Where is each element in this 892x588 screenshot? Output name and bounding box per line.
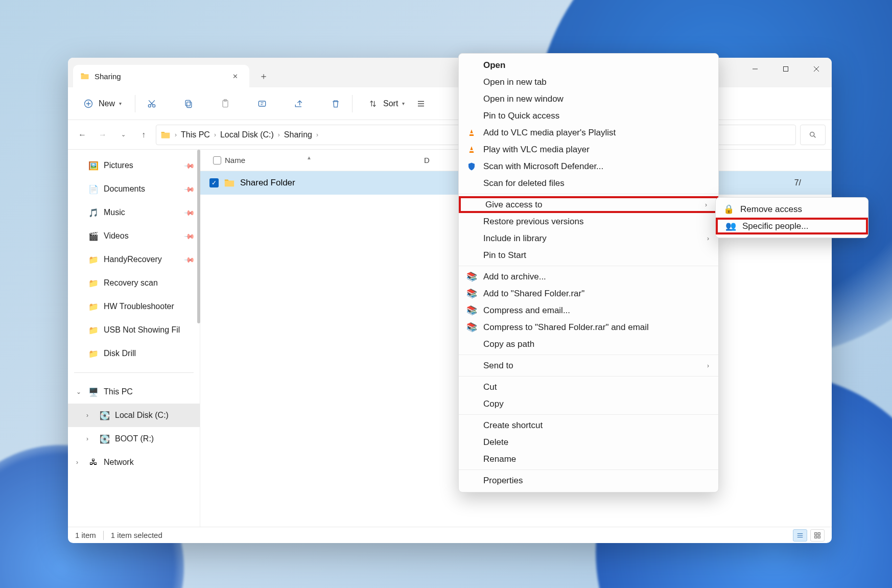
sidebar-label: Local Disk (C:) [115,411,169,420]
sidebar-item-localc[interactable]: ›💽Local Disk (C:) [68,404,200,427]
minimize-button[interactable] [740,58,770,80]
sidebar-item-recoveryscan[interactable]: 📁Recovery scan [68,271,200,295]
svg-rect-29 [815,536,817,538]
menu-properties[interactable]: Properties [459,472,718,489]
sidebar-item-network[interactable]: ›🖧Network [68,451,200,474]
row-checkbox[interactable]: ✓ [209,178,219,187]
submenu-remove-access[interactable]: 🔒Remove access [716,201,868,218]
new-button[interactable]: New▾ [77,93,126,114]
back-button[interactable]: ← [74,127,90,143]
videos-icon: 🎬 [88,231,99,241]
search-button[interactable] [800,125,826,145]
scrollbar[interactable] [197,150,200,323]
copy-icon[interactable] [181,97,196,111]
sidebar-item-handyrecovery[interactable]: 📁HandyRecovery📌 [68,248,200,271]
sidebar-item-documents[interactable]: 📄Documents📌 [68,177,200,201]
menu-rename[interactable]: Rename [459,451,718,467]
tab-title: Sharing [95,72,229,81]
menu-restore-versions[interactable]: Restore previous versions [459,213,718,230]
winrar-icon: 📚 [466,271,477,283]
menu-pin-start[interactable]: Pin to Start [459,247,718,264]
menu-cut[interactable]: Cut [459,379,718,395]
crumb-localc[interactable]: Local Disk (C:) [220,130,274,139]
collapse-icon[interactable]: ⌄ [76,388,81,395]
share-icon[interactable] [292,97,306,111]
svg-rect-1 [784,67,788,72]
menu-copy[interactable]: Copy [459,395,718,412]
sidebar-item-music[interactable]: 🎵Music📌 [68,201,200,224]
paste-icon[interactable] [218,97,232,111]
sidebar-label: Documents [104,184,145,194]
sidebar-item-pictures[interactable]: 🖼️Pictures📌 [68,154,200,177]
crumb-thispc[interactable]: This PC [181,130,210,139]
thumbnails-view-button[interactable] [810,529,825,542]
menu-add-rar[interactable]: 📚Add to "Shared Folder.rar" [459,285,718,302]
menu-pin-quick-access[interactable]: Pin to Quick access [459,107,718,124]
sort-button[interactable]: Sort▾ [362,93,409,114]
view-icon[interactable] [414,97,428,111]
menu-open-new-tab[interactable]: Open in new tab [459,74,718,90]
select-all-checkbox[interactable] [213,156,221,164]
crumb-sharing[interactable]: Sharing [284,130,312,139]
col-name: Name [225,156,245,164]
rename-icon[interactable] [255,97,269,111]
svg-rect-15 [259,101,265,106]
expand-icon[interactable]: › [86,435,88,442]
up-button[interactable]: ↑ [135,127,152,143]
sidebar-label: Disk Drill [104,349,136,358]
winrar-icon: 📚 [466,305,477,316]
people-icon: 👥 [725,221,736,232]
tab-close-icon[interactable]: ✕ [229,70,241,82]
vlc-icon [466,127,477,138]
menu-scan-deleted[interactable]: Scan for deleted files [459,175,718,192]
chevron-down-icon: ▾ [402,101,405,106]
sidebar-label: Videos [104,231,129,241]
menu-open[interactable]: Open [459,57,718,74]
menu-vlc-playlist[interactable]: Add to VLC media player's Playlist [459,124,718,141]
sidebar-item-videos[interactable]: 🎬Videos📌 [68,224,200,248]
expand-icon[interactable]: › [86,412,88,419]
menu-delete[interactable]: Delete [459,434,718,451]
sidebar-item-thispc[interactable]: ⌄🖥️This PC [68,380,200,404]
menu-include-library[interactable]: Include in library› [459,230,718,247]
sidebar-item-usb[interactable]: 📁USB Not Showing Fil [68,318,200,342]
sort-icon [366,97,380,111]
menu-open-new-window[interactable]: Open in new window [459,90,718,107]
new-tab-button[interactable]: ＋ [252,65,275,87]
submenu-specific-people[interactable]: 👥Specific people... [716,218,868,234]
cut-icon[interactable] [145,97,159,111]
status-bar: 1 item 1 item selected [68,527,832,543]
forward-button[interactable]: → [95,127,111,143]
drive-icon: 💽 [100,410,110,420]
sidebar-label: USB Not Showing Fil [104,325,180,335]
sidebar-label: Recovery scan [104,278,158,288]
submenu-give-access: 🔒Remove access 👥Specific people... [715,197,868,238]
menu-give-access-to[interactable]: Give access to› [459,196,718,213]
sidebar-label: Music [104,208,125,217]
recent-dropdown[interactable]: ⌄ [115,127,131,143]
menu-send-to[interactable]: Send to› [459,357,718,374]
menu-compress-rar-email[interactable]: 📚Compress to "Shared Folder.rar" and ema… [459,319,718,336]
details-view-button[interactable] [793,529,807,542]
close-button[interactable] [801,58,832,80]
shield-icon [466,161,477,172]
menu-add-archive[interactable]: 📚Add to archive... [459,268,718,285]
sidebar-item-hwtroubleshooter[interactable]: 📁HW Troubleshooter [68,295,200,318]
menu-copy-path[interactable]: Copy as path [459,336,718,352]
delete-icon[interactable] [328,97,343,111]
sidebar-item-boot[interactable]: ›💽BOOT (R:) [68,427,200,451]
sidebar-item-diskdrill[interactable]: 📁Disk Drill [68,342,200,365]
maximize-button[interactable] [770,58,801,80]
menu-create-shortcut[interactable]: Create shortcut [459,417,718,434]
pin-icon: 📌 [183,206,195,218]
folder-icon [160,130,171,140]
sidebar-label: BOOT (R:) [115,434,154,443]
menu-defender-scan[interactable]: Scan with Microsoft Defender... [459,158,718,175]
sidebar: 🖼️Pictures📌 📄Documents📌 🎵Music📌 🎬Videos📌… [68,150,200,527]
expand-icon[interactable]: › [76,459,78,466]
svg-rect-27 [815,532,817,534]
menu-compress-email[interactable]: 📚Compress and email... [459,302,718,319]
menu-vlc-play[interactable]: Play with VLC media player [459,141,718,158]
tab-sharing[interactable]: Sharing ✕ [73,65,249,87]
music-icon: 🎵 [88,207,99,218]
